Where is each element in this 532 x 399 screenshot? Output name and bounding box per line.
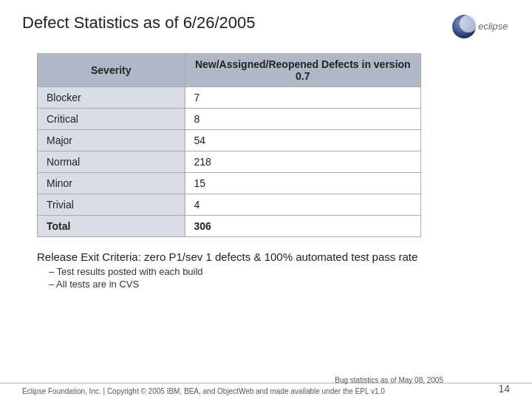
col-severity-header: Severity [38, 54, 185, 87]
table-cell-severity: Total [38, 216, 185, 237]
footer-copyright: Eclipse Foundation, Inc. | Copyright © 2… [22, 387, 385, 395]
release-bullets: – Test results posted with each build – … [49, 266, 495, 290]
table-row: Total306 [38, 216, 421, 237]
table-row: Major54 [38, 130, 421, 151]
svg-text:eclipse: eclipse [478, 21, 508, 32]
release-section: Release Exit Criteria: zero P1/sev 1 def… [37, 250, 495, 291]
table-cell-count: 4 [185, 194, 421, 216]
col-count-header: New/Assigned/Reopened Defects in version… [185, 54, 421, 87]
table-row: Critical8 [38, 109, 421, 130]
table-cell-count: 306 [185, 216, 421, 237]
release-bullet-2: – All tests are in CVS [49, 279, 495, 290]
table-row: Normal218 [38, 151, 421, 173]
table-cell-severity: Trivial [38, 194, 185, 216]
table-cell-count: 54 [185, 130, 421, 151]
footer-page-number: 14 [498, 383, 510, 395]
table-cell-count: 8 [185, 109, 421, 130]
eclipse-logo-svg: eclipse [451, 13, 510, 40]
page-wrapper: Defect Statistics as of 6/26/2005 eclips… [0, 0, 532, 399]
footer-bug-stats: Bug statistics as of May 08, 2005 [335, 376, 443, 384]
table-cell-severity: Minor [38, 173, 185, 194]
release-bullet-1: – Test results posted with each build [49, 266, 495, 277]
header: Defect Statistics as of 6/26/2005 eclips… [22, 13, 510, 40]
table-cell-severity: Major [38, 130, 185, 151]
defects-table: Severity New/Assigned/Reopened Defects i… [37, 53, 421, 237]
table-row: Minor15 [38, 173, 421, 194]
table-row: Blocker7 [38, 87, 421, 109]
release-title: Release Exit Criteria: zero P1/sev 1 def… [37, 250, 495, 263]
table-wrapper: Severity New/Assigned/Reopened Defects i… [37, 53, 495, 237]
page-title: Defect Statistics as of 6/26/2005 [22, 13, 256, 33]
table-cell-count: 218 [185, 151, 421, 173]
table-cell-severity: Normal [38, 151, 185, 173]
eclipse-logo: eclipse [451, 13, 510, 40]
table-cell-count: 15 [185, 173, 421, 194]
svg-point-1 [460, 15, 477, 33]
footer: Eclipse Foundation, Inc. | Copyright © 2… [0, 383, 532, 399]
table-cell-count: 7 [185, 87, 421, 109]
table-row: Trivial4 [38, 194, 421, 216]
table-cell-severity: Critical [38, 109, 185, 130]
table-cell-severity: Blocker [38, 87, 185, 109]
